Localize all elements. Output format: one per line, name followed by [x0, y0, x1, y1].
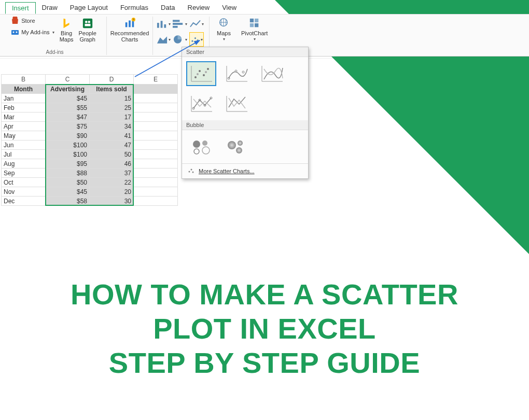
- cell-items-sold[interactable]: 50: [90, 150, 134, 159]
- sheet-table[interactable]: B C D E Month Advertising Items sold Jan…: [1, 74, 178, 206]
- line-chart-button[interactable]: ▾: [189, 17, 204, 31]
- col-header-e[interactable]: E: [134, 75, 178, 85]
- table-row[interactable]: Nov$4520: [2, 187, 178, 197]
- cell-empty[interactable]: [134, 141, 178, 150]
- cell-month[interactable]: Aug: [2, 159, 46, 169]
- cell-items-sold[interactable]: 46: [90, 159, 134, 169]
- addins-icon: [11, 28, 19, 36]
- cell-items-sold[interactable]: 15: [90, 94, 134, 103]
- cell-advertising[interactable]: $100: [46, 141, 90, 150]
- cell-month[interactable]: May: [2, 131, 46, 141]
- tab-formulas[interactable]: Formulas: [114, 2, 155, 14]
- table-row[interactable]: May$9041: [2, 131, 178, 141]
- svg-point-52: [193, 141, 200, 148]
- cell-items-sold[interactable]: 34: [90, 122, 134, 131]
- store-button[interactable]: Store: [11, 17, 54, 25]
- table-row[interactable]: Apr$7534: [2, 122, 178, 131]
- cell-empty[interactable]: [134, 178, 178, 187]
- cell-empty[interactable]: [134, 150, 178, 159]
- cell-advertising[interactable]: $55: [46, 103, 90, 113]
- cell-empty[interactable]: [134, 122, 178, 131]
- cell-advertising[interactable]: $50: [46, 178, 90, 187]
- cell-header-advertising[interactable]: Advertising: [46, 85, 90, 94]
- more-scatter-charts-link[interactable]: More Scatter Charts...: [182, 163, 308, 178]
- cell-empty[interactable]: [134, 169, 178, 178]
- bubble-option[interactable]: [186, 134, 216, 159]
- pivotchart-button[interactable]: PivotChart ▾: [239, 17, 270, 44]
- tab-insert[interactable]: Insert: [5, 2, 36, 14]
- scatter-smooth-lines-markers-option[interactable]: [221, 61, 252, 86]
- cell-month[interactable]: Mar: [2, 113, 46, 122]
- cell-advertising[interactable]: $95: [46, 159, 90, 169]
- maps-button[interactable]: Maps ▾: [215, 17, 233, 44]
- cell-advertising[interactable]: $58: [46, 197, 90, 206]
- cell-empty[interactable]: [134, 131, 178, 141]
- cell-items-sold[interactable]: 37: [90, 169, 134, 178]
- cell-empty[interactable]: [134, 94, 178, 103]
- table-row[interactable]: Oct$5022: [2, 178, 178, 187]
- cell-advertising[interactable]: $75: [46, 122, 90, 131]
- cell-month[interactable]: Jan: [2, 94, 46, 103]
- cell-items-sold[interactable]: 25: [90, 103, 134, 113]
- cell-advertising[interactable]: $90: [46, 131, 90, 141]
- cell-header-month[interactable]: Month: [2, 85, 46, 94]
- cell-advertising[interactable]: $88: [46, 169, 90, 178]
- table-row[interactable]: Jul$10050: [2, 150, 178, 159]
- tab-data[interactable]: Data: [155, 2, 181, 14]
- cell-empty[interactable]: [134, 197, 178, 206]
- table-row[interactable]: Jun$10047: [2, 141, 178, 150]
- people-graph-button[interactable]: People Graph: [77, 17, 99, 44]
- table-row[interactable]: Sep$8837: [2, 169, 178, 178]
- tab-view[interactable]: View: [216, 2, 243, 14]
- cell-header-items-sold[interactable]: Items sold: [90, 85, 134, 94]
- col-header-c[interactable]: C: [46, 75, 90, 85]
- scatter-smooth-lines-option[interactable]: [257, 61, 287, 86]
- svg-point-56: [228, 141, 236, 149]
- cell-items-sold[interactable]: 47: [90, 141, 134, 150]
- cell-month[interactable]: Feb: [2, 103, 46, 113]
- cell-month[interactable]: Nov: [2, 187, 46, 197]
- my-addins-button[interactable]: My Add-ins ▾: [11, 28, 54, 36]
- cell-items-sold[interactable]: 22: [90, 178, 134, 187]
- scatter-straight-lines-option[interactable]: [221, 91, 252, 116]
- cell-items-sold[interactable]: 17: [90, 113, 134, 122]
- pie-chart-button[interactable]: ▾: [173, 32, 187, 47]
- cell-advertising[interactable]: $47: [46, 113, 90, 122]
- cell-advertising[interactable]: $45: [46, 187, 90, 197]
- tab-draw[interactable]: Draw: [36, 2, 64, 14]
- cell-month[interactable]: Oct: [2, 178, 46, 187]
- table-row[interactable]: Jan$4515: [2, 94, 178, 103]
- cell-items-sold[interactable]: 30: [90, 197, 134, 206]
- cell-advertising[interactable]: $100: [46, 150, 90, 159]
- table-row[interactable]: Feb$5525: [2, 103, 178, 113]
- column-chart-button[interactable]: ▾: [156, 17, 171, 31]
- cell-advertising[interactable]: $45: [46, 94, 90, 103]
- col-header-d[interactable]: D: [90, 75, 134, 85]
- tab-review[interactable]: Review: [182, 2, 216, 14]
- cell-empty[interactable]: [134, 187, 178, 197]
- scatter-straight-lines-markers-option[interactable]: [186, 91, 216, 116]
- table-row[interactable]: Dec$5830: [2, 197, 178, 206]
- cell-items-sold[interactable]: 20: [90, 187, 134, 197]
- cell-month[interactable]: Jul: [2, 150, 46, 159]
- table-row[interactable]: Mar$4717: [2, 113, 178, 122]
- recommended-charts-button[interactable]: ? Recommended Charts: [110, 17, 149, 44]
- cell-month[interactable]: Jun: [2, 141, 46, 150]
- bubble-3d-option[interactable]: [221, 134, 252, 159]
- tab-page-layout[interactable]: Page Layout: [64, 2, 114, 14]
- cell-empty[interactable]: [134, 159, 178, 169]
- cell-items-sold[interactable]: 41: [90, 131, 134, 141]
- table-row[interactable]: Aug$9546: [2, 159, 178, 169]
- scatter-chart-dropdown-button[interactable]: ▾: [189, 32, 204, 47]
- cell-month[interactable]: Dec: [2, 197, 46, 206]
- cell-month[interactable]: Apr: [2, 122, 46, 131]
- bar-chart-button[interactable]: ▾: [173, 17, 187, 31]
- scatter-markers-option[interactable]: [186, 61, 216, 86]
- cell-empty[interactable]: [134, 103, 178, 113]
- col-header-b[interactable]: B: [2, 75, 46, 85]
- area-chart-button[interactable]: ▾: [156, 32, 171, 47]
- bing-maps-button[interactable]: Bing Maps: [58, 17, 76, 44]
- cell-month[interactable]: Sep: [2, 169, 46, 178]
- cell-empty[interactable]: [134, 113, 178, 122]
- cell-empty[interactable]: [134, 85, 178, 94]
